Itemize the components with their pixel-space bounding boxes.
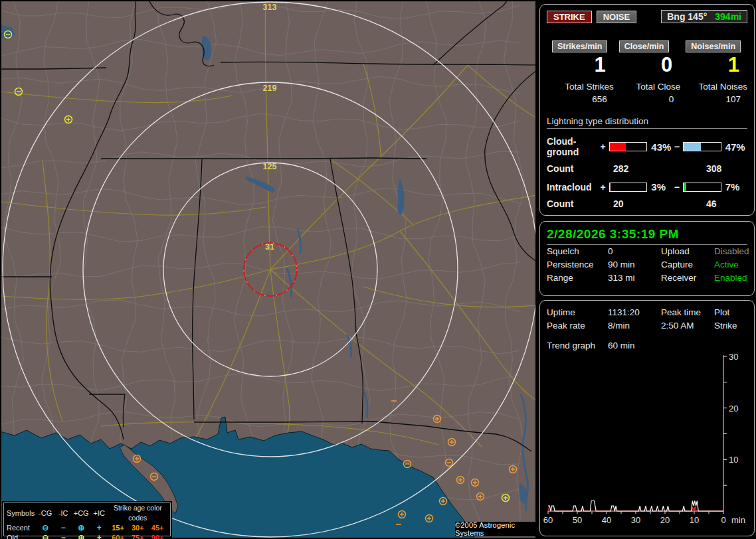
ic-pos-bar	[609, 183, 648, 192]
svg-text:50: 50	[573, 515, 582, 525]
peak-rate-label: Peak rate	[547, 319, 608, 333]
trend-graph-window: 60 min	[608, 339, 747, 352]
persistence-value: 90 min	[608, 258, 661, 271]
cloud-ground-label: Cloud-ground	[547, 136, 599, 157]
total-noises-label: Total Noises	[680, 82, 747, 92]
legend-old-row: Old ⊖ − ⊕ + 60+ 75+ 90+	[4, 533, 170, 539]
legend-col-pos-cg: +CG	[72, 508, 90, 518]
noises-per-min-button[interactable]: Noises/min	[686, 40, 741, 52]
old-pos-ic-icon: +	[90, 533, 108, 539]
peak-time-label: Peak time	[661, 306, 714, 319]
stats-row: Peak rate 8/min 2:50 AM Strike	[547, 319, 747, 333]
svg-text:31: 31	[265, 242, 274, 252]
bearing-value: Bng 145°	[667, 11, 707, 22]
ic-pos-pct: 3%	[650, 181, 673, 193]
age-75: 75+	[128, 533, 147, 539]
old-neg-ic-icon: −	[54, 533, 72, 539]
plot-label: Plot	[714, 306, 747, 319]
svg-text:0: 0	[721, 515, 725, 525]
trend-chart: 1020306050403020100min	[543, 351, 751, 532]
capture-value: Active	[714, 258, 747, 271]
cg-pos-count: 282	[613, 163, 706, 174]
distribution-title: Lightning type distribution	[547, 116, 747, 129]
age-15: 15+	[108, 523, 128, 533]
recent-neg-cg-icon: ⊖	[37, 523, 54, 533]
squelch-label: Squelch	[547, 245, 608, 258]
svg-text:10: 10	[690, 515, 699, 525]
svg-text:219: 219	[263, 84, 277, 93]
counters-box: STRIKE NOISE Bng 145° 394mi Strikes/min …	[539, 4, 755, 216]
ic-neg-count: 46	[706, 198, 747, 209]
age-30: 30+	[128, 523, 147, 533]
cg-count-label: Count	[547, 163, 613, 174]
svg-text:40: 40	[602, 515, 611, 525]
strike-button[interactable]: STRIKE	[547, 11, 592, 23]
map-symbol	[510, 466, 517, 473]
total-close-value: 0	[614, 94, 681, 104]
minus-sign: −	[674, 141, 680, 152]
close-column: Close/min 0 Total Close 0	[614, 40, 681, 104]
close-per-min-button[interactable]: Close/min	[619, 40, 670, 52]
strikes-per-min-button[interactable]: Strikes/min	[552, 40, 607, 52]
trend-graph-row: Trend graph 60 min	[547, 339, 747, 352]
bearing-range-value: 394mi	[715, 11, 741, 22]
total-strikes-label: Total Strikes	[547, 82, 614, 92]
plus-sign: +	[599, 141, 606, 152]
map-canvas: 31321912531	[1, 1, 535, 538]
age-60: 60+	[108, 533, 128, 539]
map-symbol	[477, 493, 484, 501]
cg-pos-pct: 43%	[650, 141, 673, 153]
map-symbol	[502, 495, 510, 502]
upload-value: Disabled	[714, 245, 749, 258]
receiver-value: Enabled	[714, 271, 747, 285]
stats-row: Uptime 1131:20 Peak time Plot	[547, 306, 747, 319]
trend-box: Uptime 1131:20 Peak time Plot Peak rate …	[539, 300, 755, 536]
uptime-label: Uptime	[547, 306, 608, 319]
map-symbol	[457, 477, 464, 484]
map-symbol	[15, 88, 23, 96]
cg-pos-bar	[609, 142, 648, 151]
status-row: Squelch 0 Upload Disabled	[547, 245, 747, 258]
app-window: { "header": { "strike_btn": "STRIKE", "n…	[0, 0, 756, 539]
legend-age-title: Strike age color codes	[108, 503, 167, 523]
plus-sign: +	[599, 182, 606, 193]
range-label: Range	[547, 271, 608, 285]
peak-rate-value: 8/min	[608, 319, 661, 333]
noise-button[interactable]: NOISE	[597, 11, 636, 23]
noises-rate-value: 1	[680, 54, 747, 76]
total-strikes-value: 656	[547, 94, 614, 104]
svg-text:10: 10	[729, 455, 738, 465]
old-pos-cg-icon: ⊕	[72, 533, 90, 539]
legend-col-neg-cg: -CG	[37, 508, 54, 518]
bearing-readout: Bng 145° 394mi	[661, 10, 747, 23]
legend-recent-label: Recent	[7, 523, 37, 533]
state-borders	[1, 1, 535, 451]
ring-labels: 31321912531	[263, 3, 277, 252]
plot-mode-value: Strike	[714, 319, 747, 333]
svg-text:30: 30	[631, 515, 640, 525]
cg-neg-count: 308	[706, 163, 747, 174]
cloud-ground-count-row: Count 282 308	[547, 163, 747, 174]
peak-time-value: 2:50 AM	[661, 319, 714, 333]
age-90: 90+	[147, 533, 167, 539]
strikes-column: Strikes/min 1 Total Strikes 656	[547, 40, 614, 104]
legend-old-label: Old	[7, 533, 37, 539]
uptime-value: 1131:20	[608, 306, 661, 319]
strikes-rate-value: 1	[547, 54, 614, 76]
legend-header-row: Symbols -CG -IC +CG +IC Strike age color…	[4, 503, 170, 523]
side-panel: STRIKE NOISE Bng 145° 394mi Strikes/min …	[538, 0, 756, 539]
recent-neg-ic-icon: −	[54, 523, 72, 533]
intracloud-row: Intracloud + 3% − 7%	[547, 181, 747, 193]
ic-neg-pct: 7%	[724, 181, 747, 193]
total-close-label: Total Close	[614, 82, 681, 92]
legend-recent-row: Recent ⊖ − ⊕ + 15+ 30+ 45+	[4, 523, 170, 533]
legend-col-neg-ic: -IC	[54, 508, 72, 518]
strike-map[interactable]: 31321912531 Symbols -CG -IC +CG +IC Stri…	[1, 1, 535, 538]
legend-symbols-header: Symbols	[7, 508, 37, 518]
map-legend: Symbols -CG -IC +CG +IC Strike age color…	[3, 502, 171, 536]
cg-neg-pct: 47%	[724, 141, 747, 153]
ic-count-label: Count	[547, 198, 613, 209]
old-neg-cg-icon: ⊖	[37, 533, 54, 539]
map-symbol	[472, 479, 479, 487]
close-rate-value: 0	[614, 54, 681, 76]
